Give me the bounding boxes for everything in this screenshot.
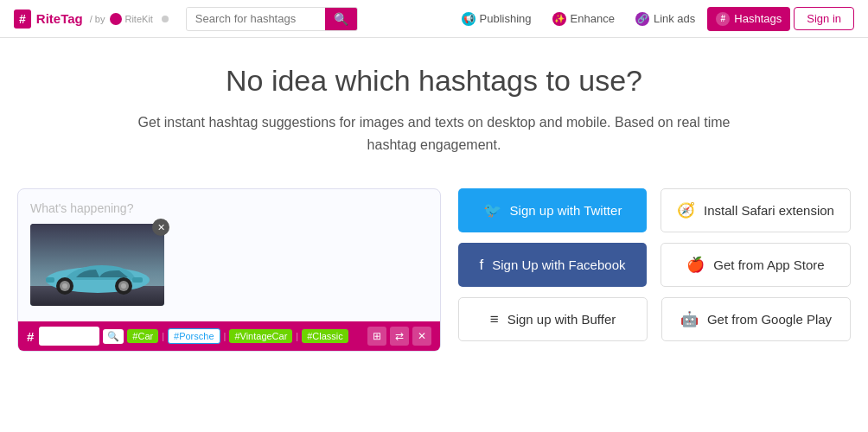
- tag-classic-label: #Classic: [307, 331, 343, 341]
- svg-rect-10: [46, 277, 54, 283]
- nav-item-linkads[interactable]: 🔗 Link ads: [627, 7, 704, 31]
- remove-image-button[interactable]: ✕: [152, 219, 169, 236]
- toolbar-swap-icon[interactable]: ⇄: [390, 327, 409, 346]
- publishing-icon: 📢: [462, 12, 475, 26]
- tag-porsche[interactable]: #Porsche: [168, 328, 220, 344]
- cta-row-1: 🐦 Sign up with Twitter 🧭 Install Safari …: [458, 188, 851, 232]
- tag-porsche-label: #Porsche: [174, 331, 214, 341]
- beta-badge: [162, 16, 169, 22]
- tag-vintagecar-label: #VintageCar: [234, 331, 287, 341]
- tag-classic[interactable]: #Classic: [302, 329, 348, 343]
- logo-separator: / by: [90, 14, 105, 24]
- hashtag-icon: #: [27, 329, 34, 344]
- cta-row-3: ≡ Sign up with Buffer 🤖 Get from Google …: [458, 297, 851, 341]
- ritekit-logo: RiteKit: [110, 13, 152, 25]
- facebook-icon: f: [480, 257, 484, 274]
- appstore-button[interactable]: 🍎 Get from App Store: [661, 243, 851, 287]
- car-image: [30, 224, 164, 306]
- nav-hashtags-label: Hashtags: [734, 12, 782, 25]
- googleplay-label: Get from Google Play: [707, 312, 832, 327]
- cta-buttons: 🐦 Sign up with Twitter 🧭 Install Safari …: [458, 188, 851, 352]
- hashtags-icon: #: [716, 12, 730, 26]
- svg-point-8: [121, 283, 126, 289]
- nav-item-enhance[interactable]: ✨ Enhance: [544, 7, 623, 31]
- nav-linkads-label: Link ads: [654, 12, 695, 25]
- twitter-signup-label: Sign up with Twitter: [510, 203, 622, 218]
- safari-icon: 🧭: [677, 201, 695, 219]
- enhance-icon: ✨: [552, 12, 566, 26]
- android-icon: 🤖: [680, 310, 699, 328]
- logo-area: # RiteTag / by RiteKit: [14, 10, 169, 29]
- main-title: No idea which hashtags to use?: [17, 64, 851, 98]
- search-box: 🔍: [186, 7, 358, 31]
- linkads-icon: 🔗: [635, 12, 649, 26]
- ritekit-label: RiteKit: [124, 14, 152, 24]
- search-button[interactable]: 🔍: [325, 8, 357, 30]
- nav-item-publishing[interactable]: 📢 Publishing: [453, 7, 540, 31]
- googleplay-button[interactable]: 🤖 Get from Google Play: [661, 297, 851, 341]
- toolbar-search-icon[interactable]: 🔍: [103, 329, 124, 344]
- nav-item-hashtags[interactable]: # Hashtags: [707, 7, 790, 31]
- car-image-wrapper: ✕: [30, 224, 164, 306]
- appstore-label: Get from App Store: [713, 257, 824, 272]
- tweet-placeholder: What's happening?: [30, 201, 428, 215]
- facebook-signup-label: Sign Up with Facebook: [492, 257, 625, 272]
- twitter-icon: 🐦: [483, 201, 501, 219]
- mockup-toolbar: # 🔍 #Car | #Porsche | #VintageCar | #Cla…: [18, 321, 440, 351]
- tag-vintagecar[interactable]: #VintageCar: [229, 329, 292, 343]
- apple-icon: 🍎: [686, 256, 705, 274]
- logo-name: RiteTag: [36, 11, 83, 26]
- search-input[interactable]: [187, 8, 325, 29]
- ritekit-icon: [110, 13, 122, 25]
- safari-label: Install Safari extension: [704, 203, 834, 218]
- main-content: No idea which hashtags to use? Get insta…: [0, 38, 868, 188]
- buffer-signup-label: Sign up with Buffer: [507, 312, 616, 327]
- signin-button[interactable]: Sign in: [794, 7, 854, 30]
- facebook-signup-button[interactable]: f Sign Up with Facebook: [458, 243, 647, 287]
- cta-row-2: f Sign Up with Facebook 🍎 Get from App S…: [458, 243, 851, 287]
- safari-extension-button[interactable]: 🧭 Install Safari extension: [661, 188, 851, 232]
- tag-car[interactable]: #Car: [127, 329, 158, 343]
- buffer-icon: ≡: [490, 311, 499, 328]
- svg-rect-9: [132, 277, 143, 283]
- header: # RiteTag / by RiteKit 🔍 📢 Publishing ✨ …: [0, 0, 868, 38]
- toolbar-close-icon[interactable]: ✕: [412, 327, 431, 346]
- toolbar-icons-right: ⊞ ⇄ ✕: [367, 327, 431, 346]
- tag-car-label: #Car: [132, 331, 153, 341]
- bottom-section: What's happening?: [0, 188, 868, 360]
- buffer-signup-button[interactable]: ≡ Sign up with Buffer: [458, 297, 648, 341]
- app-mockup: What's happening?: [17, 188, 441, 352]
- toolbar-grid-icon[interactable]: ⊞: [367, 327, 386, 346]
- header-nav: 📢 Publishing ✨ Enhance 🔗 Link ads # Hash…: [453, 7, 854, 31]
- logo-hash-icon: #: [14, 10, 31, 29]
- nav-publishing-label: Publishing: [480, 12, 532, 25]
- nav-enhance-label: Enhance: [571, 12, 615, 25]
- twitter-signup-button[interactable]: 🐦 Sign up with Twitter: [458, 188, 647, 232]
- main-subtitle: Get instant hashtag suggestions for imag…: [131, 111, 737, 156]
- hashtag-search-input[interactable]: [39, 327, 99, 346]
- svg-point-5: [62, 283, 67, 289]
